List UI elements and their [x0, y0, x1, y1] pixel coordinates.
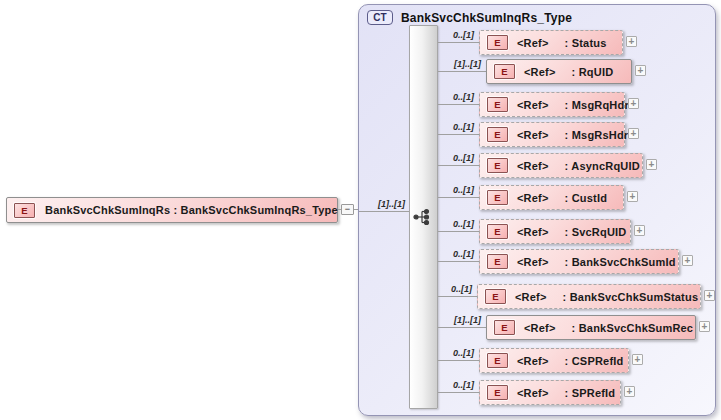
cardinality-label: 0..[1] [439, 121, 474, 133]
element-badge-icon: E [487, 353, 508, 368]
connector-line [438, 296, 477, 297]
connector-line [359, 211, 409, 212]
element-badge-icon: E [487, 97, 508, 112]
sequence-compositor-icon [413, 208, 433, 226]
element-node-svcrquid[interactable]: E <Ref> : SvcRqUID [479, 219, 631, 244]
element-node-banksvcchksumid[interactable]: E <Ref> : BankSvcChkSumId [479, 249, 679, 274]
expand-toggle[interactable]: + [704, 290, 715, 301]
element-badge-icon: E [494, 64, 515, 79]
expand-toggle[interactable]: + [632, 354, 643, 365]
element-name-label: : CustId [565, 192, 608, 204]
connector-line [438, 327, 486, 328]
cardinality-label: 0..[1] [439, 248, 474, 260]
element-name-label: : BankSvcChkSumRec [572, 322, 694, 334]
connector-line [438, 165, 479, 166]
element-node-asyncrquid[interactable]: E <Ref> : AsyncRqUID [479, 153, 643, 178]
element-badge-icon: E [487, 35, 508, 50]
expand-toggle[interactable]: + [699, 321, 710, 332]
root-element-node[interactable]: E BankSvcChkSumInqRs : BankSvcChkSumInqR… [6, 197, 338, 223]
element-name-label: : MsgRsHdr [565, 129, 629, 141]
cardinality-label: [1]..[1] [359, 198, 405, 210]
element-node-msgrqhdr[interactable]: E <Ref> : MsgRqHdr [479, 92, 625, 117]
element-name-label: : BankSvcChkSumId [565, 256, 676, 268]
element-name-label: : AsyncRqUID [565, 160, 640, 172]
element-name-label: : Status [565, 37, 607, 49]
root-element-label: BankSvcChkSumInqRs : BankSvcChkSumInqRs_… [45, 204, 338, 216]
connector-line [438, 71, 486, 72]
element-ref-label: <Ref> [515, 291, 547, 303]
element-ref-label: <Ref> [517, 226, 549, 238]
element-ref-label: <Ref> [524, 66, 556, 78]
element-badge-icon: E [487, 254, 508, 269]
expand-toggle[interactable]: + [634, 225, 645, 236]
connector-line [438, 392, 479, 393]
connector-line [438, 360, 479, 361]
cardinality-label: 0..[1] [439, 184, 474, 196]
element-badge-icon: E [485, 289, 506, 304]
expand-toggle[interactable]: + [682, 255, 693, 266]
connector-line [438, 104, 479, 105]
element-ref-label: <Ref> [517, 355, 549, 367]
element-ref-label: <Ref> [517, 256, 549, 268]
element-ref-label: <Ref> [517, 192, 549, 204]
cardinality-label: 0..[1] [439, 91, 474, 103]
element-ref-label: <Ref> [524, 322, 556, 334]
element-node-rquid[interactable]: E <Ref> : RqUID [486, 59, 632, 84]
element-node-banksvcchksumrec[interactable]: E <Ref> : BankSvcChkSumRec [486, 315, 696, 340]
element-ref-label: <Ref> [517, 37, 549, 49]
element-badge-icon: E [494, 320, 515, 335]
element-ref-label: <Ref> [517, 387, 549, 399]
element-badge-icon: E [487, 158, 508, 173]
element-node-csprefid[interactable]: E <Ref> : CSPRefId [479, 348, 629, 373]
element-name-label: : RqUID [572, 66, 614, 78]
element-badge-icon: E [487, 127, 508, 142]
cardinality-label: [1]..[1] [439, 314, 481, 326]
element-badge-icon: E [487, 224, 508, 239]
complex-type-container: CT BankSvcChkSumInqRs_Type [1]..[1] 0..[… [358, 4, 716, 416]
cardinality-label: 0..[1] [439, 152, 474, 164]
element-ref-label: <Ref> [517, 160, 549, 172]
collapse-toggle[interactable]: − [341, 204, 354, 215]
cardinality-label: 0..[1] [439, 347, 474, 359]
element-name-label: : MsgRqHdr [565, 99, 629, 111]
element-node-status[interactable]: E <Ref> : Status [479, 30, 623, 55]
expand-toggle[interactable]: + [627, 191, 638, 202]
expand-toggle[interactable]: + [628, 98, 639, 109]
expand-toggle[interactable]: + [626, 36, 637, 47]
element-badge-icon: E [487, 385, 508, 400]
element-node-custid[interactable]: E <Ref> : CustId [479, 185, 624, 210]
expand-toggle[interactable]: + [624, 386, 635, 397]
schema-diagram-canvas: E BankSvcChkSumInqRs : BankSvcChkSumInqR… [0, 0, 721, 420]
connector-line [438, 261, 479, 262]
element-node-banksvcchksumstatus[interactable]: E <Ref> : BankSvcChkSumStatus [477, 284, 701, 309]
element-node-msgrshdr[interactable]: E <Ref> : MsgRsHdr [479, 122, 625, 147]
cardinality-label: 0..[1] [439, 218, 474, 230]
cardinality-label: 0..[1] [439, 283, 472, 295]
element-name-label: : SPRefId [565, 387, 616, 399]
element-ref-label: <Ref> [517, 99, 549, 111]
element-name-label: : CSPRefId [565, 355, 624, 367]
expand-toggle[interactable]: + [635, 65, 646, 76]
connector-line [438, 134, 479, 135]
expand-toggle[interactable]: + [646, 159, 657, 170]
complex-type-badge-icon: CT [367, 10, 393, 25]
connector-line [438, 231, 479, 232]
cardinality-label: 0..[1] [439, 379, 474, 391]
expand-toggle[interactable]: + [628, 128, 639, 139]
element-ref-label: <Ref> [517, 129, 549, 141]
complex-type-title: BankSvcChkSumInqRs_Type [401, 11, 572, 25]
connector-line [438, 42, 479, 43]
cardinality-label: 0..[1] [439, 29, 474, 41]
connector-line [438, 197, 479, 198]
element-name-label: : BankSvcChkSumStatus [563, 291, 699, 303]
element-name-label: : SvcRqUID [565, 226, 627, 238]
element-badge-icon: E [487, 190, 508, 205]
element-badge-icon: E [14, 203, 35, 218]
element-node-sprefid[interactable]: E <Ref> : SPRefId [479, 380, 621, 405]
cardinality-label: [1]..[1] [439, 58, 481, 70]
